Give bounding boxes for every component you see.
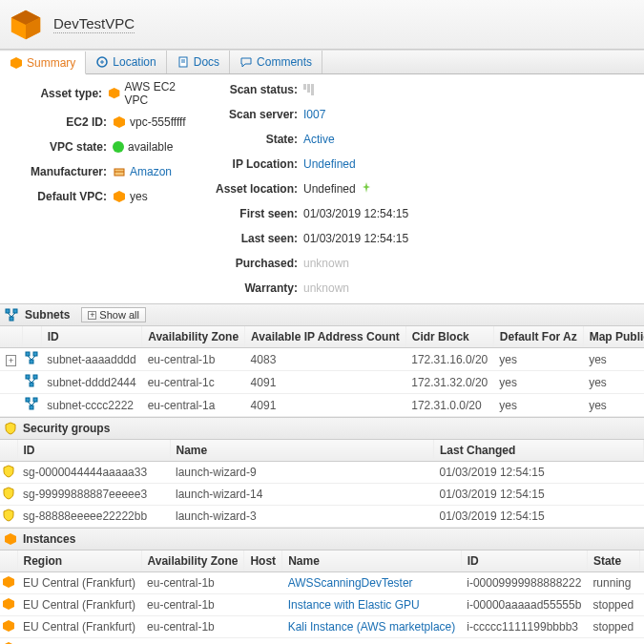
col-sg-name[interactable]: Name xyxy=(170,440,434,462)
col-inst-name[interactable]: Name xyxy=(282,551,462,572)
sg-last-changed: 01/03/2019 12:54:15 xyxy=(434,506,644,528)
expand-toggle[interactable] xyxy=(0,371,22,394)
docs-icon xyxy=(177,55,190,69)
sg-id: sg-88888eeeee22222bb xyxy=(17,506,170,528)
svg-line-29 xyxy=(31,379,35,383)
table-row[interactable]: + subnet-aaaadddd eu-central-1b 4083 172… xyxy=(0,348,644,371)
page-title[interactable]: DevTestVPC xyxy=(53,15,135,33)
instance-model: t2.med xyxy=(639,594,644,616)
first-seen-label: First seen: xyxy=(198,207,303,220)
subnets-icon xyxy=(4,307,19,322)
instance-state: running xyxy=(587,638,639,645)
table-row[interactable]: subnet-cccc2222 eu-central-1a 4091 172.3… xyxy=(0,394,644,417)
col-region[interactable]: Region xyxy=(17,551,141,572)
subnet-icon xyxy=(22,348,41,371)
col-map-public[interactable]: Map Public IP On Laun xyxy=(583,326,644,348)
purchased-value: unknown xyxy=(303,257,349,270)
pin-icon[interactable] xyxy=(360,181,373,197)
instance-name[interactable]: Kali Instance (AWS marketplace) xyxy=(282,616,462,638)
instance-state: stopped xyxy=(587,594,639,616)
instance-name[interactable]: Instance with Elastic GPU xyxy=(282,594,462,616)
svg-rect-22 xyxy=(30,360,33,364)
ec2-id-value: vpc-555fffff xyxy=(113,115,186,129)
sg-last-changed: 01/03/2019 12:54:15 xyxy=(434,462,644,484)
subnet-icon xyxy=(22,371,41,394)
col-avail-ip[interactable]: Available IP Address Count xyxy=(245,326,406,348)
tab-docs[interactable]: Docs xyxy=(167,51,230,73)
vpc-state-label: VPC state: xyxy=(8,140,113,154)
manufacturer-value[interactable]: Amazon xyxy=(113,165,172,178)
svg-rect-16 xyxy=(13,309,17,313)
vpc-state-value: available xyxy=(113,140,173,154)
ip-location-label: IP Location: xyxy=(198,157,303,171)
col-state[interactable]: State xyxy=(587,551,639,572)
subnets-title: Subnets xyxy=(25,308,70,322)
sg-name: launch-wizard-14 xyxy=(170,484,434,506)
table-row[interactable]: EU Central (Frankfurt) eu-central-1b Lin… xyxy=(0,638,644,645)
subnet-default: yes xyxy=(493,394,583,417)
security-groups-title: Security groups xyxy=(23,422,110,435)
instance-state: stopped xyxy=(587,616,639,638)
subnet-id: subnet-cccc2222 xyxy=(41,394,141,417)
svg-line-19 xyxy=(11,313,15,317)
instance-icon xyxy=(0,638,17,645)
instance-state: running xyxy=(587,572,639,594)
svg-line-18 xyxy=(8,313,11,317)
state-value[interactable]: Active xyxy=(303,133,335,146)
svg-marker-3 xyxy=(10,57,22,69)
svg-marker-10 xyxy=(109,88,119,98)
scan-status-value xyxy=(303,84,314,95)
svg-line-23 xyxy=(28,356,31,360)
instance-az: eu-central-1b xyxy=(141,572,244,594)
table-row[interactable]: sg-99999888887eeeee3 launch-wizard-14 01… xyxy=(0,484,644,506)
svg-rect-20 xyxy=(26,352,30,356)
status-available-icon xyxy=(113,141,124,153)
col-sg-last-changed[interactable]: Last Changed xyxy=(434,440,644,462)
instance-region: EU Central (Frankfurt) xyxy=(17,572,141,594)
instances-icon xyxy=(4,532,17,546)
table-row[interactable]: subnet-dddd2444 eu-central-1c 4091 172.3… xyxy=(0,371,644,394)
col-inst-id[interactable]: ID xyxy=(461,551,587,572)
col-cidr[interactable]: Cidr Block xyxy=(405,326,493,348)
col-sg-id[interactable]: ID xyxy=(17,440,170,462)
expand-toggle[interactable]: + xyxy=(0,348,22,371)
svg-rect-30 xyxy=(26,398,30,402)
scan-server-value[interactable]: I007 xyxy=(303,108,325,121)
table-row[interactable]: EU Central (Frankfurt) eu-central-1b Kal… xyxy=(0,616,644,638)
table-row[interactable]: EU Central (Frankfurt) eu-central-1b Ins… xyxy=(0,594,644,616)
instance-name[interactable]: LinuxTestLsAgentInstance xyxy=(282,638,462,645)
tab-summary[interactable]: Summary xyxy=(0,52,86,74)
col-id[interactable]: ID xyxy=(41,326,141,348)
aws-cube-icon xyxy=(113,115,126,129)
col-default-az[interactable]: Default For Az xyxy=(493,326,583,348)
col-az[interactable]: Availability Zone xyxy=(142,326,245,348)
svg-marker-14 xyxy=(114,191,125,202)
summary-icon xyxy=(10,56,23,70)
subnet-map: yes xyxy=(583,394,644,417)
svg-rect-26 xyxy=(33,375,37,379)
expand-toggle[interactable] xyxy=(0,394,22,417)
instance-name[interactable]: AWSScanningDevTester xyxy=(282,572,462,594)
svg-line-24 xyxy=(31,356,35,360)
ip-location-value[interactable]: Undefined xyxy=(303,157,356,171)
tab-label: Docs xyxy=(194,55,219,69)
show-all-button[interactable]: + Show all xyxy=(81,307,146,322)
tab-location[interactable]: Location xyxy=(86,51,166,73)
subnet-map: yes xyxy=(583,348,644,371)
tabs-bar: Summary Location Docs Comments xyxy=(0,50,644,74)
table-row[interactable]: sg-88888eeeee22222bb launch-wizard-3 01/… xyxy=(0,506,644,528)
instance-host xyxy=(244,572,282,594)
svg-line-33 xyxy=(28,402,31,405)
col-host[interactable]: Host xyxy=(244,551,282,572)
sg-name: launch-wizard-3 xyxy=(170,506,434,528)
table-row[interactable]: EU Central (Frankfurt) eu-central-1b AWS… xyxy=(0,572,644,594)
asset-location-value: Undefined xyxy=(303,181,373,197)
subnet-az: eu-central-1a xyxy=(142,394,245,417)
col-inst-az[interactable]: Availability Zone xyxy=(141,551,244,572)
table-row[interactable]: sg-0000044444aaaaa33 launch-wizard-9 01/… xyxy=(0,462,644,484)
instance-az: eu-central-1b xyxy=(141,594,244,616)
tab-comments[interactable]: Comments xyxy=(230,51,322,73)
box-icon xyxy=(113,165,126,178)
col-model[interactable]: Model xyxy=(639,551,644,572)
tab-label: Comments xyxy=(257,55,312,69)
